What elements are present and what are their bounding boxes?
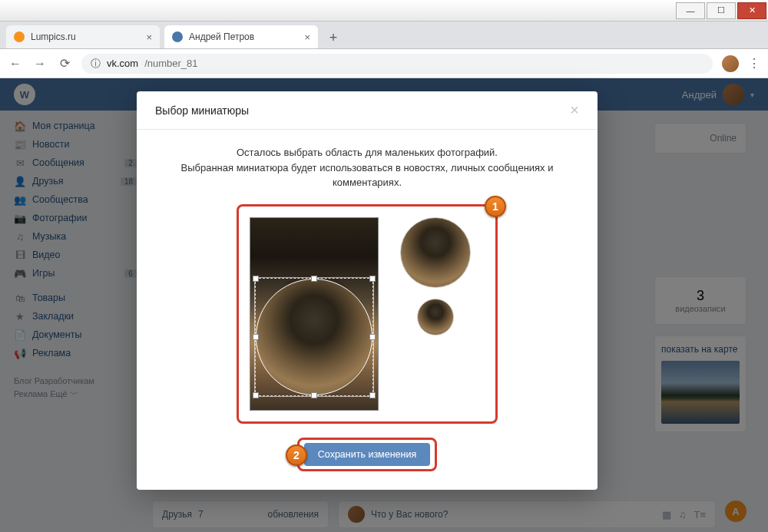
- preview-small: [417, 299, 454, 335]
- address-bar[interactable]: ⓘ vk.com/number_81: [81, 54, 713, 74]
- browser-toolbar: ← → ⟳ ⓘ vk.com/number_81 ⋮: [0, 49, 768, 78]
- resize-handle[interactable]: [369, 276, 376, 282]
- profile-avatar-icon[interactable]: [722, 55, 739, 72]
- back-button[interactable]: ←: [8, 57, 23, 71]
- browser-menu-button[interactable]: ⋮: [748, 56, 760, 71]
- resize-handle[interactable]: [311, 276, 317, 282]
- forward-button[interactable]: →: [32, 57, 48, 71]
- browser-tab-bar: Lumpics.ru × Андрей Петров × +: [0, 21, 768, 49]
- new-tab-button[interactable]: +: [323, 27, 344, 48]
- resize-handle[interactable]: [253, 334, 259, 340]
- crop-selection[interactable]: [255, 278, 373, 396]
- resize-handle[interactable]: [253, 392, 259, 398]
- modal-text-line: Осталось выбрать область для маленьких ф…: [167, 145, 567, 160]
- resize-handle[interactable]: [311, 392, 317, 398]
- tab-title: Lumpics.ru: [31, 31, 76, 42]
- tab-title: Андрей Петров: [189, 31, 254, 42]
- modal-description: Осталось выбрать область для маленьких ф…: [167, 145, 567, 190]
- tab-close-icon[interactable]: ×: [146, 31, 152, 43]
- save-button-highlight: 2 Сохранить изменения: [297, 438, 437, 471]
- modal-body: Осталось выбрать область для маленьких ф…: [137, 130, 598, 490]
- favicon-icon: [14, 31, 25, 42]
- tab-close-icon[interactable]: ×: [304, 31, 310, 43]
- window-maximize-button[interactable]: ☐: [707, 2, 736, 19]
- resize-handle[interactable]: [369, 392, 376, 398]
- crop-area: 1: [237, 204, 498, 424]
- annotation-callout-2: 2: [286, 444, 307, 466]
- modal-actions: 2 Сохранить изменения: [167, 438, 567, 471]
- source-image[interactable]: [250, 217, 379, 411]
- resize-handle[interactable]: [253, 276, 259, 282]
- preview-large: [400, 217, 471, 288]
- crop-circle-preview: [256, 279, 372, 395]
- modal-text-line: Выбранная миниатюра будет использоваться…: [167, 160, 567, 190]
- save-button[interactable]: Сохранить изменения: [304, 443, 430, 466]
- window-minimize-button[interactable]: —: [676, 2, 705, 19]
- url-path: /number_81: [144, 58, 197, 69]
- thumbnail-modal: Выбор миниатюры × Осталось выбрать облас…: [137, 91, 598, 490]
- resize-handle[interactable]: [369, 334, 376, 340]
- modal-header: Выбор миниатюры ×: [137, 91, 598, 130]
- modal-close-button[interactable]: ×: [570, 101, 579, 119]
- window-titlebar: — ☐ ✕: [0, 0, 768, 21]
- url-domain: vk.com: [107, 58, 138, 69]
- site-info-icon[interactable]: ⓘ: [91, 57, 101, 71]
- reload-button[interactable]: ⟳: [57, 56, 72, 71]
- annotation-callout-1: 1: [485, 196, 506, 217]
- tab-vk[interactable]: Андрей Петров ×: [164, 25, 318, 48]
- modal-title: Выбор миниатюры: [155, 104, 249, 117]
- favicon-icon: [172, 31, 183, 42]
- thumbnail-previews: [400, 217, 471, 335]
- page-content: W Андрей ▾ 🏠Моя страница 📰Новости ✉Сообщ…: [0, 78, 768, 532]
- window-close-button[interactable]: ✕: [737, 2, 766, 19]
- tab-lumpics[interactable]: Lumpics.ru ×: [6, 25, 160, 48]
